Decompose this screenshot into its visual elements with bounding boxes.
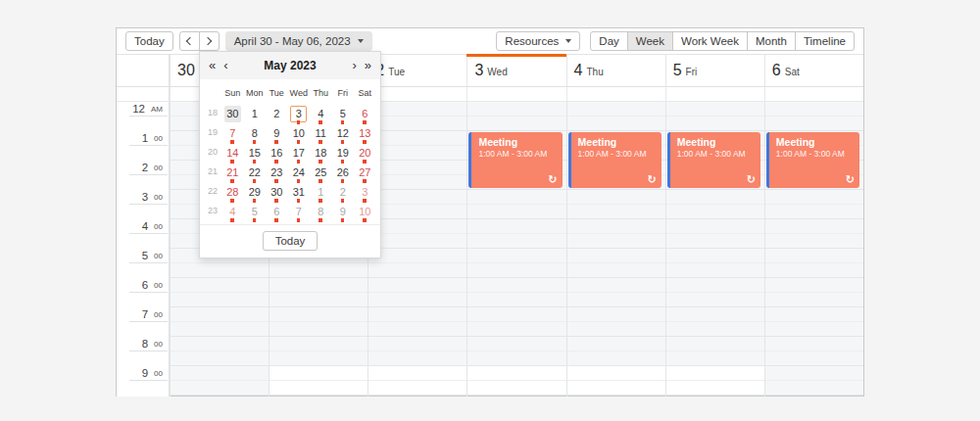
view-tab-week[interactable]: Week bbox=[627, 31, 673, 51]
time-slot-cell[interactable] bbox=[765, 381, 863, 396]
date-cell[interactable]: 10 bbox=[354, 202, 376, 220]
calendar-title[interactable]: May 2023 bbox=[236, 59, 345, 72]
time-slot-cell[interactable] bbox=[567, 307, 665, 322]
time-slot-cell[interactable] bbox=[368, 263, 466, 278]
prev-button[interactable] bbox=[179, 31, 200, 51]
time-slot-cell[interactable] bbox=[368, 293, 466, 307]
time-slot-cell[interactable] bbox=[171, 263, 269, 278]
time-slot-cell[interactable] bbox=[368, 366, 466, 381]
date-cell[interactable]: 30 bbox=[221, 104, 244, 122]
time-slot-cell[interactable] bbox=[467, 205, 565, 219]
date-cell[interactable]: 15 bbox=[244, 143, 267, 162]
view-tab-timeline[interactable]: Timeline bbox=[795, 31, 855, 51]
time-slot-cell[interactable] bbox=[171, 278, 269, 293]
date-cell[interactable]: 6 bbox=[354, 104, 376, 122]
date-cell[interactable]: 7 bbox=[288, 202, 311, 220]
time-slot-cell[interactable] bbox=[666, 102, 764, 117]
date-cell[interactable]: 10 bbox=[288, 123, 311, 142]
time-slot-cell[interactable] bbox=[368, 102, 466, 117]
time-slot-cell[interactable] bbox=[467, 102, 565, 117]
time-slot-cell[interactable] bbox=[765, 307, 863, 322]
date-cell[interactable]: 2 bbox=[266, 104, 288, 122]
time-slot-cell[interactable] bbox=[666, 293, 764, 307]
time-slot-cell[interactable] bbox=[368, 234, 466, 249]
time-slot-cell[interactable] bbox=[567, 278, 665, 293]
date-cell[interactable]: 27 bbox=[354, 163, 376, 181]
time-slot-cell[interactable] bbox=[567, 366, 665, 381]
time-slot-cell[interactable] bbox=[368, 175, 466, 190]
all-day-cell[interactable] bbox=[764, 87, 863, 101]
time-slot-cell[interactable] bbox=[368, 146, 466, 161]
date-cell[interactable]: 7 bbox=[221, 123, 244, 142]
time-slot-cell[interactable] bbox=[567, 234, 665, 249]
time-slot-cell[interactable] bbox=[368, 117, 466, 131]
date-cell[interactable]: 31 bbox=[288, 182, 311, 201]
time-slot-cell[interactable] bbox=[567, 117, 665, 131]
time-slot-cell[interactable] bbox=[666, 117, 764, 131]
time-slot-cell[interactable] bbox=[467, 381, 565, 396]
time-slot-cell[interactable] bbox=[765, 205, 863, 219]
time-slot-cell[interactable] bbox=[368, 131, 466, 146]
date-cell[interactable]: 21 bbox=[221, 163, 244, 181]
day-header-cell[interactable]: 4Thu bbox=[566, 55, 665, 86]
time-slot-cell[interactable] bbox=[270, 307, 368, 322]
date-cell[interactable]: 3 bbox=[354, 182, 376, 201]
time-slot-cell[interactable] bbox=[171, 322, 269, 337]
time-slot-cell[interactable] bbox=[368, 351, 466, 366]
time-slot-cell[interactable] bbox=[270, 263, 368, 278]
time-slot-cell[interactable] bbox=[368, 249, 466, 263]
date-cell[interactable]: 4 bbox=[310, 104, 332, 122]
time-slot-cell[interactable] bbox=[666, 219, 764, 234]
time-slot-cell[interactable] bbox=[368, 278, 466, 293]
time-slot-cell[interactable] bbox=[666, 307, 764, 322]
date-cell[interactable]: 11 bbox=[310, 123, 332, 142]
prev-month-icon[interactable]: ‹ bbox=[223, 52, 227, 79]
time-slot-cell[interactable] bbox=[666, 234, 764, 249]
day-header-cell[interactable]: 3Wed bbox=[466, 55, 565, 86]
time-slot-cell[interactable] bbox=[765, 366, 863, 381]
date-cell[interactable]: 1 bbox=[244, 104, 267, 122]
time-slot-cell[interactable] bbox=[467, 366, 565, 381]
time-slot-cell[interactable] bbox=[467, 293, 565, 307]
all-day-cell[interactable] bbox=[665, 87, 764, 101]
time-slot-cell[interactable] bbox=[765, 351, 863, 366]
calendar-today-button[interactable]: Today bbox=[263, 231, 318, 251]
date-cell[interactable]: 16 bbox=[266, 143, 288, 162]
date-cell[interactable]: 4 bbox=[221, 202, 244, 220]
time-slot-cell[interactable] bbox=[567, 322, 665, 337]
time-slot-cell[interactable] bbox=[467, 307, 565, 322]
time-slot-cell[interactable] bbox=[270, 366, 368, 381]
time-slot-cell[interactable] bbox=[270, 322, 368, 337]
time-slot-cell[interactable] bbox=[368, 219, 466, 234]
time-slot-cell[interactable] bbox=[270, 293, 368, 307]
time-slot-cell[interactable] bbox=[467, 249, 565, 263]
time-slot-cell[interactable] bbox=[765, 249, 863, 263]
date-cell[interactable]: 9 bbox=[332, 202, 355, 220]
time-slot-cell[interactable] bbox=[666, 190, 764, 205]
date-cell[interactable]: 13 bbox=[354, 123, 376, 142]
date-cell[interactable]: 5 bbox=[244, 202, 267, 220]
time-slot-cell[interactable] bbox=[765, 117, 863, 131]
date-cell[interactable]: 19 bbox=[332, 143, 355, 162]
time-slot-cell[interactable] bbox=[765, 234, 863, 249]
time-slot-cell[interactable] bbox=[567, 351, 665, 366]
time-slot-cell[interactable] bbox=[467, 322, 565, 337]
time-slot-cell[interactable] bbox=[171, 381, 269, 396]
time-slot-cell[interactable] bbox=[368, 307, 466, 322]
time-slot-cell[interactable] bbox=[765, 278, 863, 293]
time-slot-cell[interactable] bbox=[467, 219, 565, 234]
all-day-cell[interactable] bbox=[368, 87, 466, 101]
time-slot-cell[interactable] bbox=[666, 381, 764, 396]
next-button[interactable] bbox=[199, 31, 220, 51]
time-slot-cell[interactable] bbox=[567, 190, 665, 205]
time-slot-cell[interactable] bbox=[666, 249, 764, 263]
time-slot-cell[interactable] bbox=[765, 190, 863, 205]
time-slot-cell[interactable] bbox=[467, 190, 565, 205]
time-slot-cell[interactable] bbox=[765, 102, 863, 117]
time-slot-cell[interactable] bbox=[765, 322, 863, 337]
time-slot-cell[interactable] bbox=[567, 293, 665, 307]
date-cell[interactable]: 5 bbox=[332, 104, 355, 122]
date-cell[interactable]: 29 bbox=[244, 182, 267, 201]
time-slot-cell[interactable] bbox=[171, 337, 269, 351]
all-day-cell[interactable] bbox=[466, 87, 565, 101]
